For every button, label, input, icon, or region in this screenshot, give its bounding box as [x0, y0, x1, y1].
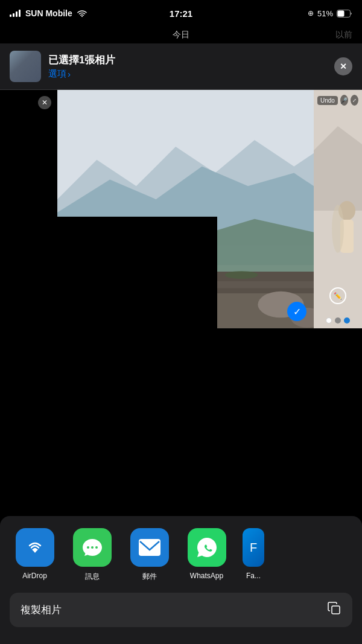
- lock-icon: ⊕: [308, 9, 314, 18]
- app-item-mail[interactable]: 郵件: [127, 528, 172, 582]
- app-item-airdrop[interactable]: AirDrop: [12, 528, 57, 580]
- today-label: 今日: [173, 30, 189, 40]
- mail-icon[interactable]: [130, 528, 169, 567]
- status-bar: SUN Mobile 17:21 ⊕ 51%: [0, 0, 362, 27]
- svg-rect-32: [139, 539, 160, 556]
- prev-label: 以前: [335, 30, 352, 40]
- mail-label: 郵件: [142, 572, 157, 582]
- expand-icon: ⤢: [351, 95, 358, 106]
- selected-photo-thumbnail: [10, 51, 41, 82]
- airdrop-svg: [24, 536, 46, 559]
- signal-bars: [10, 10, 21, 17]
- airdrop-icon[interactable]: [16, 528, 54, 567]
- svg-point-28: [24, 537, 46, 558]
- selected-count-label: 已選擇1張相片: [48, 53, 115, 67]
- svg-point-19: [225, 271, 258, 279]
- brush-icon: ✏️: [334, 292, 342, 300]
- photo-container: ✕ ee 3: [0, 90, 362, 340]
- copy-icon: [327, 601, 341, 619]
- options-label: 選項: [48, 68, 66, 80]
- app-item-whatsapp[interactable]: WhatsApp: [184, 528, 229, 580]
- carrier-name: SUN Mobile: [25, 8, 72, 18]
- mic-icon: 🎤: [340, 95, 348, 106]
- signal-bar-2: [13, 13, 14, 17]
- options-link[interactable]: 選項 ›: [48, 68, 115, 80]
- share-header-left: 已選擇1張相片 選項 ›: [10, 51, 115, 82]
- options-chevron: ›: [68, 69, 71, 79]
- svg-point-0: [81, 16, 83, 17]
- status-left: SUN Mobile: [10, 8, 87, 18]
- whatsapp-svg: [195, 536, 218, 559]
- share-header-text: 已選擇1張相片 選項 ›: [48, 53, 115, 80]
- safe-area: [0, 632, 362, 644]
- share-header: 已選擇1張相片 選項 › ✕: [0, 43, 362, 90]
- svg-point-27: [332, 205, 344, 253]
- svg-point-29: [87, 546, 89, 549]
- left-panel-close-button[interactable]: ✕: [38, 96, 51, 109]
- close-button[interactable]: ✕: [334, 57, 352, 75]
- whatsapp-label: WhatsApp: [190, 572, 223, 580]
- app-icons-row: AirDrop 訊息 郵件: [0, 516, 362, 588]
- black-panel: [0, 217, 217, 340]
- svg-point-30: [91, 546, 94, 549]
- right-panel-content: Undo 🎤 ⤢ ✏️: [314, 90, 362, 328]
- status-time: 17:21: [170, 8, 192, 19]
- undo-text[interactable]: Undo: [317, 96, 338, 105]
- messages-label: 訊息: [85, 572, 100, 582]
- signal-bar-4: [19, 10, 21, 17]
- wifi-icon: [77, 10, 87, 17]
- svg-rect-2: [338, 10, 345, 16]
- undo-bar: Undo 🎤 ⤢: [314, 95, 362, 106]
- status-right: ⊕ 51%: [308, 9, 352, 18]
- app-item-partial[interactable]: F Fa...: [241, 528, 265, 580]
- svg-rect-33: [332, 606, 340, 614]
- mail-svg: [139, 539, 160, 556]
- airdrop-label: AirDrop: [22, 572, 47, 580]
- messages-svg: [81, 537, 103, 558]
- selected-checkmark: ✓: [287, 302, 306, 321]
- battery-icon: [337, 10, 352, 18]
- app-item-messages[interactable]: 訊息: [69, 528, 115, 582]
- battery-percent: 51%: [317, 9, 333, 18]
- color-dot-white[interactable]: [326, 317, 332, 324]
- partial-label: Fa...: [246, 572, 261, 580]
- brush-circle: ✏️: [329, 287, 346, 304]
- right-edit-panel[interactable]: Undo 🎤 ⤢ ✏️: [314, 90, 362, 328]
- color-dot-blue[interactable]: [344, 317, 350, 324]
- messages-icon[interactable]: [73, 528, 112, 567]
- signal-bar-1: [10, 14, 11, 17]
- copy-photo-action[interactable]: 複製相片: [10, 593, 352, 627]
- color-dots: [314, 317, 362, 324]
- svg-point-31: [95, 546, 98, 549]
- whatsapp-icon[interactable]: [188, 528, 226, 567]
- color-dot-gray[interactable]: [335, 317, 341, 324]
- share-sheet: AirDrop 訊息 郵件: [0, 516, 362, 644]
- signal-bar-3: [16, 11, 17, 17]
- copy-photo-label: 複製相片: [21, 603, 62, 617]
